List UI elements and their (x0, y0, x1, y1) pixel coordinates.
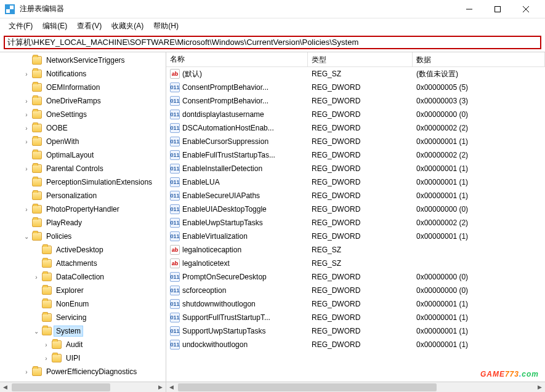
list-row[interactable]: 011undockwithoutlogonREG_DWORD0x00000001… (166, 338, 545, 351)
menu-help[interactable]: 帮助(H) (150, 20, 182, 33)
menu-favorites[interactable]: 收藏夹(A) (108, 20, 147, 33)
tree-item[interactable]: ›OptimalLayout (2, 148, 166, 162)
value-type: REG_DWORD (308, 273, 413, 281)
menu-edit[interactable]: 编辑(E) (39, 20, 71, 33)
chevron-right-icon[interactable]: › (22, 98, 31, 105)
tree-item[interactable]: ›PhotoPropertyHandler (2, 202, 166, 216)
dword-value-icon: 011 (170, 204, 180, 214)
chevron-right-icon[interactable]: › (22, 111, 31, 118)
list-row[interactable]: 011DSCAutomationHostEnab...REG_DWORD0x00… (166, 121, 545, 135)
tree-item[interactable]: ›Explorer (2, 284, 166, 297)
tree-horizontal-scrollbar[interactable]: ◀ ▶ (0, 382, 166, 392)
list-row[interactable]: 011EnableUIADesktopToggleREG_DWORD0x0000… (166, 202, 545, 216)
tree-item[interactable]: ›OneDriveRamps (2, 94, 166, 108)
tree-item[interactable]: ›NetworkServiceTriggers (2, 54, 166, 67)
tree-item[interactable]: ›PowerEfficiencyDiagnostics (2, 365, 166, 378)
list-row[interactable]: 011SupportFullTrustStartupT...REG_DWORD0… (166, 311, 545, 324)
dword-value-icon: 011 (170, 177, 180, 187)
list-row[interactable]: 011EnableInstallerDetectionREG_DWORD0x00… (166, 162, 545, 175)
chevron-right-icon[interactable]: › (32, 274, 41, 281)
tree-item[interactable]: ›DataCollection (2, 270, 166, 284)
folder-icon (42, 327, 52, 335)
value-data: 0x00000002 (2) (413, 124, 545, 132)
tree-item[interactable]: ›ActiveDesktop (2, 243, 166, 257)
chevron-right-icon[interactable]: › (22, 166, 31, 172)
value-data: 0x00000000 (0) (413, 205, 545, 214)
tree-item[interactable]: ›Servicing (2, 311, 166, 324)
tree-item[interactable]: ›NonEnum (2, 297, 166, 311)
tree-item-label: PowerEfficiencyDiagnostics (44, 367, 139, 377)
tree-item-label: ActiveDesktop (54, 245, 105, 255)
address-bar[interactable]: 计算机\HKEY_LOCAL_MACHINE\SOFTWARE\Microsof… (4, 36, 541, 49)
list-row[interactable]: 011EnableCursorSuppressionREG_DWORD0x000… (166, 135, 545, 148)
column-name[interactable]: 名称 (166, 52, 308, 66)
list-row[interactable]: 011ConsentPromptBehavior...REG_DWORD0x00… (166, 94, 545, 108)
list-row[interactable]: 011EnableUwpStartupTasksREG_DWORD0x00000… (166, 216, 545, 230)
tree-item[interactable]: ›Parental Controls (2, 162, 166, 175)
value-name: PromptOnSecureDesktop (182, 273, 267, 281)
scroll-right-button[interactable]: ▶ (535, 382, 545, 392)
menu-view[interactable]: 查看(V) (73, 20, 105, 33)
chevron-right-icon[interactable]: › (22, 125, 31, 132)
string-value-icon: ab (170, 245, 180, 255)
chevron-right-icon[interactable]: › (22, 369, 31, 375)
list-row[interactable]: 011EnableLUAREG_DWORD0x00000001 (1) (166, 175, 545, 189)
minimize-button[interactable] (455, 0, 483, 18)
list-row[interactable]: ablegalnoticetextREG_SZ (166, 257, 545, 270)
tree-item[interactable]: ›PerceptionSimulationExtensions (2, 175, 166, 189)
list-row[interactable]: 011scforceoptionREG_DWORD0x00000000 (0) (166, 284, 545, 297)
list-row[interactable]: 011SupportUwpStartupTasksREG_DWORD0x0000… (166, 324, 545, 338)
list-row[interactable]: 011PromptOnSecureDesktopREG_DWORD0x00000… (166, 270, 545, 284)
folder-icon (32, 205, 42, 214)
tree-item[interactable]: ›OneSettings (2, 108, 166, 121)
list-row[interactable]: 011ConsentPromptBehavior...REG_DWORD0x00… (166, 81, 545, 94)
folder-icon (32, 124, 42, 132)
folder-icon (32, 70, 42, 78)
tree-item[interactable]: ›Personalization (2, 189, 166, 202)
tree-item[interactable]: ›Audit (2, 338, 166, 351)
column-type[interactable]: 类型 (308, 52, 413, 66)
scroll-thumb[interactable] (178, 383, 437, 391)
list-row[interactable]: 011EnableVirtualizationREG_DWORD0x000000… (166, 230, 545, 243)
folder-icon (42, 273, 52, 281)
tree-item[interactable]: ›OpenWith (2, 135, 166, 148)
scroll-right-button[interactable]: ▶ (155, 382, 166, 392)
tree-item[interactable]: ›OOBE (2, 121, 166, 135)
value-type: REG_DWORD (308, 97, 413, 105)
list-row[interactable]: 011dontdisplaylastusernameREG_DWORD0x000… (166, 108, 545, 121)
maximize-button[interactable] (483, 0, 512, 18)
scroll-left-button[interactable]: ◀ (0, 382, 10, 392)
tree-item[interactable]: ›PlayReady (2, 216, 166, 230)
tree-item[interactable]: ›Notifications (2, 67, 166, 81)
list-row[interactable]: 011shutdownwithoutlogonREG_DWORD0x000000… (166, 297, 545, 311)
tree-item[interactable]: ⌄Policies (2, 230, 166, 243)
scroll-left-button[interactable]: ◀ (166, 382, 177, 392)
tree-item[interactable]: ›UIPI (2, 351, 166, 365)
chevron-right-icon[interactable]: › (22, 71, 31, 78)
tree-item-label: NonEnum (54, 299, 91, 309)
tree-item[interactable]: ›Attachments (2, 257, 166, 270)
tree-item[interactable]: ⌄System (2, 324, 166, 338)
chevron-down-icon[interactable]: ⌄ (32, 328, 41, 335)
value-data: 0x00000001 (1) (413, 164, 545, 173)
close-button[interactable] (512, 0, 540, 18)
chevron-right-icon[interactable]: › (22, 138, 31, 145)
column-data[interactable]: 数据 (413, 52, 545, 66)
chevron-right-icon[interactable]: › (42, 355, 50, 362)
list-horizontal-scrollbar[interactable]: ◀ ▶ (166, 382, 545, 392)
chevron-right-icon[interactable]: › (42, 342, 50, 348)
value-type: REG_DWORD (308, 110, 413, 119)
value-name: scforceoption (182, 286, 226, 295)
tree-item-label: Parental Controls (44, 164, 105, 174)
dword-value-icon: 011 (170, 110, 180, 119)
scroll-thumb[interactable] (12, 383, 110, 391)
list-row[interactable]: ab(默认)REG_SZ(数值未设置) (166, 67, 545, 81)
list-row[interactable]: ablegalnoticecaptionREG_SZ (166, 243, 545, 257)
tree-item[interactable]: ›OEMInformation (2, 81, 166, 94)
chevron-down-icon[interactable]: ⌄ (22, 233, 31, 240)
list-row[interactable]: 011EnableFullTrustStartupTas...REG_DWORD… (166, 148, 545, 162)
menu-file[interactable]: 文件(F) (5, 20, 36, 33)
chevron-right-icon[interactable]: › (22, 206, 31, 213)
value-data: 0x00000001 (1) (413, 313, 545, 322)
list-row[interactable]: 011EnableSecureUIAPathsREG_DWORD0x000000… (166, 189, 545, 202)
